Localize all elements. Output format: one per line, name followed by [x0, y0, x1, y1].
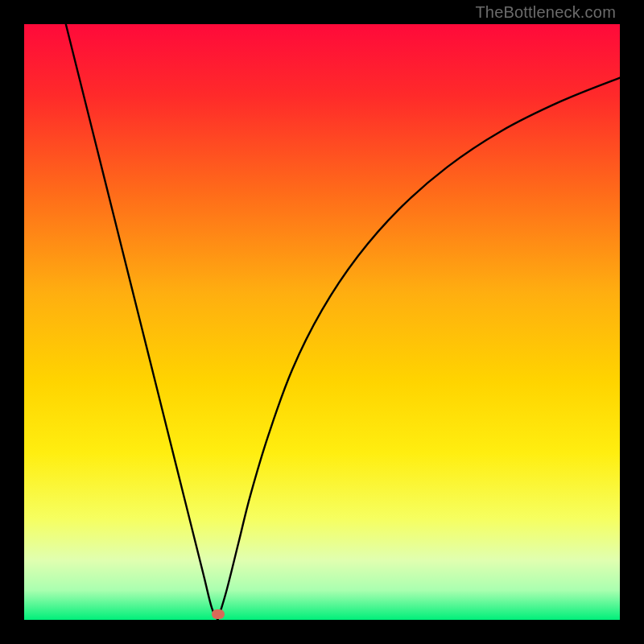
bottleneck-curve [24, 24, 620, 620]
plot-area [24, 24, 620, 620]
watermark-text: TheBottleneck.com [475, 3, 616, 22]
chart-frame: TheBottleneck.com [0, 0, 644, 644]
optimum-marker [212, 609, 225, 619]
